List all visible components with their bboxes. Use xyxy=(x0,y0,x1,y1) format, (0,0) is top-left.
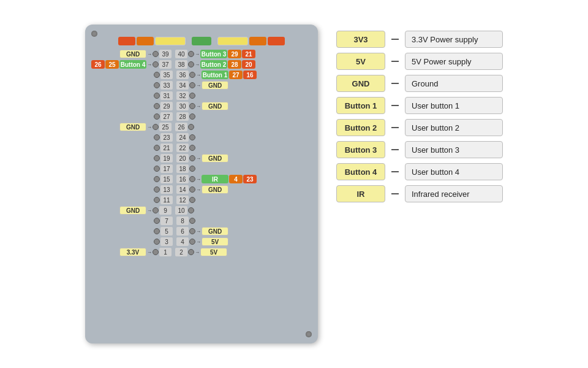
pin-right-func-14 xyxy=(203,196,230,204)
pin-left-bcm-5 xyxy=(91,102,105,110)
pin-left-func-18 xyxy=(119,237,146,246)
pin-right-bcm-9 xyxy=(244,144,258,152)
legend-dash-0 xyxy=(391,39,399,40)
pin-right-wpi-13 xyxy=(229,185,243,194)
pin-left-wpi-18 xyxy=(105,237,119,246)
pin-num-left-19: 1 xyxy=(159,248,172,256)
pin-num-left-12: 15 xyxy=(160,175,173,183)
pin-left-wpi-11 xyxy=(105,164,119,173)
pin-dot-right-9 xyxy=(189,145,195,151)
pin-left-bcm-7 xyxy=(91,123,105,131)
legend-item-6: Button 4User button 4 xyxy=(336,163,503,180)
pin-right-bcm-8 xyxy=(244,133,258,142)
pin-num-left-5: 29 xyxy=(160,102,173,110)
legend-badge-7: IR xyxy=(336,185,385,202)
legend-badge-5: Button 3 xyxy=(336,141,385,158)
pin-dot-left-6 xyxy=(154,113,160,120)
pin-left-wpi-13 xyxy=(105,185,119,194)
legend-label-5: User button 3 xyxy=(405,141,503,158)
pin-right-bcm-6 xyxy=(244,112,258,121)
pin-right-bcm-18 xyxy=(243,237,257,246)
legend-badge-2: GND xyxy=(336,75,385,92)
legend-label-0: 3.3V Power supply xyxy=(405,31,503,48)
pin-num-left-18: 3 xyxy=(160,237,173,246)
pin-row-16: 78 xyxy=(91,216,312,226)
pin-right-bcm-19 xyxy=(242,248,255,256)
pin-left-bcm-3 xyxy=(91,81,105,90)
pin-left-func-11 xyxy=(119,164,146,173)
pin-dot-left-18 xyxy=(154,239,160,245)
pin-row-14: 1112 xyxy=(91,195,312,205)
arrow-right-12: → xyxy=(196,177,201,182)
legend-dash-7 xyxy=(391,193,399,194)
legend-item-4: Button 2User button 2 xyxy=(336,119,503,136)
pin-right-wpi-8 xyxy=(230,133,244,142)
pin-num-left-7: 25 xyxy=(159,123,172,131)
pin-left-wpi-3 xyxy=(105,81,119,90)
pin-right-func-9 xyxy=(203,144,230,152)
pin-num-right-13: 14 xyxy=(176,185,189,194)
pin-row-1: 2625Button 4→3738→Button 22820 xyxy=(91,59,312,69)
pin-dot-right-7 xyxy=(188,124,194,130)
pin-right-wpi-19 xyxy=(228,248,241,256)
pin-left-func-7: GND xyxy=(119,123,146,131)
pin-dot-left-17 xyxy=(154,228,160,234)
pin-left-wpi-4 xyxy=(105,91,119,100)
pin-num-right-6: 28 xyxy=(176,112,189,121)
arrow-right-18: → xyxy=(196,239,201,245)
pin-num-right-8: 24 xyxy=(176,133,189,142)
pin-dot-right-19 xyxy=(188,249,194,255)
pin-num-right-14: 12 xyxy=(176,196,189,204)
pin-left-func-2 xyxy=(119,71,146,79)
pins-area: GND→3940→Button 329212625Button 4→3738→B… xyxy=(91,49,312,257)
pin-right-wpi-4 xyxy=(230,91,244,100)
pin-left-bcm-11 xyxy=(91,164,105,173)
pin-num-right-0: 40 xyxy=(175,50,187,58)
pin-num-left-17: 5 xyxy=(160,227,173,236)
pin-dot-right-11 xyxy=(189,166,195,172)
pin-right-bcm-17 xyxy=(243,227,257,236)
pin-dot-left-11 xyxy=(154,166,160,172)
pin-right-bcm-2: 16 xyxy=(243,71,257,79)
pin-left-bcm-4 xyxy=(91,91,105,100)
arrow-right-19: → xyxy=(195,250,200,255)
pin-right-bcm-13 xyxy=(243,185,257,194)
pin-num-left-15: 9 xyxy=(159,206,172,215)
pin-num-right-5: 30 xyxy=(176,102,189,110)
pin-row-6: 2728 xyxy=(91,112,312,121)
pin-dot-left-9 xyxy=(154,145,160,151)
pin-dot-right-17 xyxy=(189,228,195,234)
pin-right-bcm-16 xyxy=(244,217,258,225)
pin-left-func-14 xyxy=(119,196,146,204)
pin-dot-left-7 xyxy=(153,124,159,130)
legend-badge-6: Button 4 xyxy=(336,163,385,180)
legend-dash-3 xyxy=(391,105,399,106)
pin-dot-right-0 xyxy=(188,51,194,57)
pin-right-wpi-12: 4 xyxy=(229,175,243,183)
arrow-left-0: → xyxy=(147,52,152,57)
pin-right-bcm-12: 23 xyxy=(243,175,257,183)
pin-num-left-11: 17 xyxy=(160,164,173,173)
pin-left-bcm-13 xyxy=(91,185,105,194)
pin-left-func-12 xyxy=(119,175,146,183)
pin-right-func-5: GND xyxy=(202,102,228,110)
pin-row-0: GND→3940→Button 32921 xyxy=(91,49,312,59)
pin-left-bcm-2 xyxy=(91,71,105,79)
arrow-right-2: → xyxy=(196,72,201,78)
legend-dash-4 xyxy=(391,127,399,128)
pin-dot-left-13 xyxy=(154,186,160,193)
pin-right-func-6 xyxy=(203,112,230,121)
pin-dot-right-10 xyxy=(189,155,195,161)
pin-dot-left-1 xyxy=(153,61,159,67)
pin-right-wpi-7 xyxy=(229,123,243,131)
pin-left-wpi-17 xyxy=(105,227,119,236)
pin-left-wpi-0 xyxy=(105,50,119,58)
legend-label-6: User button 4 xyxy=(405,163,503,180)
pin-dot-right-2 xyxy=(189,72,195,78)
pin-num-left-1: 37 xyxy=(159,60,172,69)
pin-left-bcm-17 xyxy=(91,227,105,236)
pin-left-func-19: 3.3V xyxy=(119,248,146,256)
pin-left-wpi-15 xyxy=(105,206,119,215)
pin-right-func-12: IR xyxy=(202,175,228,183)
pin-row-10: 1920→GND xyxy=(91,153,312,163)
